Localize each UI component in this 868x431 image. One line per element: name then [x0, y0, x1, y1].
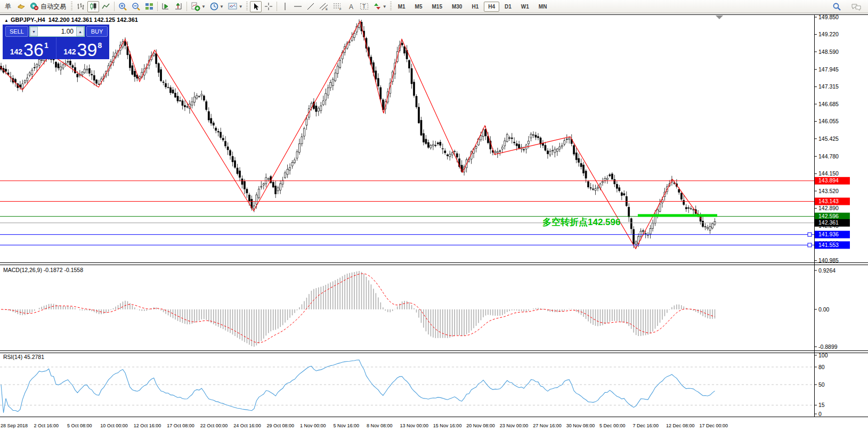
templates-caret-icon: ▼	[239, 4, 243, 9]
macd-axis-label: 0.9264	[818, 267, 835, 274]
equidistant-channel-button[interactable]: E	[318, 1, 330, 12]
periods-button[interactable]: ▼	[208, 1, 225, 12]
timeframe-m1-button[interactable]: M1	[394, 2, 410, 12]
volume-increase-button[interactable]: ▲	[76, 27, 84, 36]
macd-axis-label: -0.8899	[818, 344, 838, 350]
pivot-annotation-text[interactable]: 多空转折点142.596	[542, 216, 620, 228]
thick-green-trend-segment[interactable]	[638, 214, 717, 217]
sell-button[interactable]: SELL	[5, 26, 28, 37]
new-order-button[interactable]: 单	[2, 1, 14, 12]
volume-input[interactable]: 1.00	[38, 27, 76, 36]
time-axis-label: 23 Nov 00:00	[500, 423, 529, 428]
buy-price-pip: 8	[98, 41, 102, 50]
vertical-line-button[interactable]	[279, 1, 291, 12]
price-badge-text: 142.596	[818, 213, 839, 219]
volume-control: ▼ 1.00 ▲	[29, 26, 85, 37]
price-axis-label: 147.945	[818, 66, 839, 73]
indicators-button[interactable]: ▼	[189, 1, 207, 12]
price-badge-text: 141.553	[818, 242, 839, 248]
periods-caret-icon: ▼	[220, 4, 224, 9]
new-order-label: 单	[3, 2, 13, 11]
one-click-trading-panel: SELL ▼ 1.00 ▲ BUY 142 36 1 142 39 8	[3, 25, 109, 59]
timeframe-d1-button[interactable]: D1	[500, 2, 516, 12]
price-axis-label: 149.850	[818, 14, 839, 20]
crosshair-button[interactable]	[263, 1, 274, 12]
arrows-button[interactable]: ▼	[371, 1, 388, 12]
macd-histogram	[1, 271, 715, 347]
rsi-indicator-label: RSI(14) 45.2781	[3, 354, 44, 360]
toolbar-right-group	[830, 1, 864, 12]
time-axis-label: 8 Nov 08:00	[367, 423, 393, 428]
chart-title-bar[interactable]: ▲GBPJPY-,H4142.200 142.361 142.125 142.3…	[4, 17, 138, 23]
timeframe-m30-button[interactable]: M30	[448, 2, 466, 12]
price-axis-label: 145.425	[818, 135, 839, 142]
buy-price-big: 39	[77, 41, 98, 58]
price-badge-text: 141.936	[818, 231, 839, 237]
time-axis-label: 12 Dec 08:00	[666, 423, 695, 428]
timeframe-h4-button[interactable]: H4	[484, 2, 499, 12]
timeframe-mn-button[interactable]: MN	[534, 2, 551, 12]
buy-button[interactable]: BUY	[86, 26, 108, 37]
auto-scroll-button[interactable]	[160, 1, 172, 12]
timeframe-w1-button[interactable]: W1	[517, 2, 533, 12]
gold-icon[interactable]	[15, 1, 27, 12]
symbol-title: GBPJPY-,H4	[11, 17, 45, 23]
time-axis-label: 22 Oct 00:00	[200, 423, 228, 428]
svg-text:T: T	[362, 4, 366, 10]
time-axis-label: 5 Dec 00:00	[599, 423, 626, 428]
tile-windows-button[interactable]	[143, 1, 155, 12]
chart-shift-marker-icon[interactable]	[716, 15, 723, 19]
candlestick-chart-button[interactable]	[87, 1, 99, 12]
main-toolbar: 单 自动交易	[0, 0, 868, 13]
zoom-out-button[interactable]	[130, 1, 142, 12]
time-axis-label: 30 Nov 08:00	[566, 423, 595, 428]
price-axis-label: 147.315	[818, 83, 839, 90]
time-axis-label: 7 Dec 16:00	[633, 423, 659, 428]
chat-icon[interactable]	[849, 1, 863, 12]
time-axis-label: 2 Oct 16:00	[34, 423, 59, 428]
sell-price[interactable]: 142 36 1	[3, 37, 56, 59]
price-axis-label: 146.055	[818, 118, 839, 124]
chart-canvas[interactable]: 149.850149.220148.590147.945147.315146.6…	[0, 0, 868, 431]
svg-text:A: A	[349, 3, 353, 11]
toolbar-grip	[71, 2, 72, 11]
autotrading-button[interactable]: 自动交易	[28, 1, 69, 12]
timeframe-h1-button[interactable]: H1	[467, 2, 483, 12]
text-button[interactable]: A	[345, 1, 357, 12]
time-axis-label: 29 Oct 08:00	[267, 423, 295, 428]
line-chart-button[interactable]	[100, 1, 112, 12]
fibonacci-button[interactable]: F	[331, 1, 344, 12]
text-label-button[interactable]: T	[358, 1, 370, 12]
timeframe-m15-button[interactable]: M15	[428, 2, 447, 12]
toolbar-separator	[277, 2, 277, 11]
arrows-caret-icon: ▼	[383, 4, 387, 9]
chart-shift-button[interactable]	[173, 1, 184, 12]
level-handle-141.553[interactable]	[808, 243, 812, 247]
time-axis-label: 1 Nov 00:00	[300, 423, 326, 428]
time-axis-label: 20 Nov 08:00	[466, 423, 495, 428]
time-axis-label: 13 Nov 00:00	[400, 423, 428, 428]
svg-text:F: F	[339, 7, 342, 11]
trade-panel-prices: 142 36 1 142 39 8	[3, 37, 109, 59]
time-axis-label: 15 Nov 16:00	[433, 423, 462, 428]
buy-price[interactable]: 142 39 8	[56, 37, 110, 59]
collapse-arrow-icon[interactable]: ▲	[4, 18, 9, 23]
cursor-button[interactable]	[250, 1, 262, 12]
price-axis-label: 146.685	[818, 101, 839, 107]
zoom-in-button[interactable]	[117, 1, 129, 12]
time-axis-label: 27 Nov 16:00	[533, 423, 562, 428]
bar-chart-button[interactable]	[75, 1, 86, 12]
rsi-axis-label: 100	[818, 352, 828, 358]
timeframe-toolbar: M1M5M15M30H1H4D1W1MN	[393, 2, 552, 12]
timeframe-m5-button[interactable]: M5	[411, 2, 427, 12]
trendline-button[interactable]	[305, 1, 317, 12]
rsi-line	[1, 360, 715, 413]
horizontal-line-button[interactable]	[292, 1, 304, 12]
autotrading-label: 自动交易	[39, 2, 68, 11]
volume-decrease-button[interactable]: ▼	[30, 27, 38, 36]
price-axis-label: 149.220	[818, 31, 839, 37]
price-axis-label: 143.520	[818, 188, 839, 194]
level-handle-141.936[interactable]	[808, 233, 812, 236]
search-icon[interactable]	[831, 1, 843, 12]
templates-button[interactable]: ▼	[226, 1, 245, 12]
